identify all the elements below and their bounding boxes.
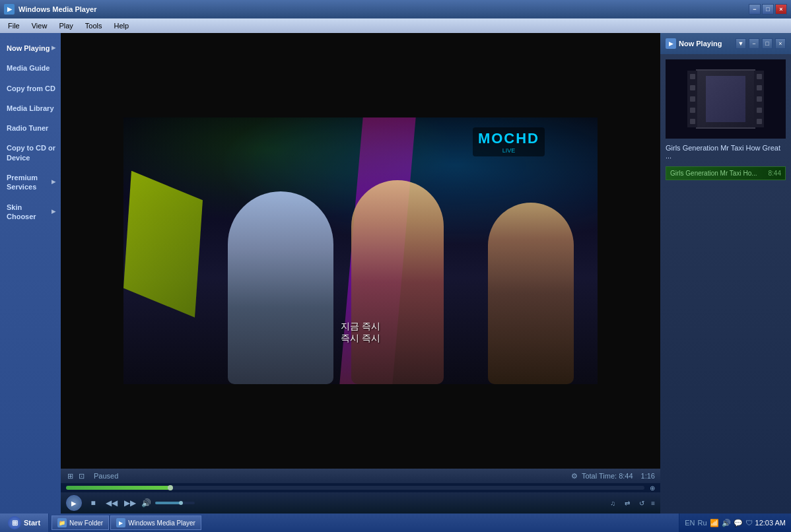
shuffle-button[interactable]: ⇄ <box>622 498 633 508</box>
sidebar-item-copy-to-cd[interactable]: Copy to CD or Device <box>0 138 61 168</box>
app-icon: ▶ <box>4 4 15 15</box>
film-hole <box>757 85 762 90</box>
previous-button[interactable]: ◀◀ <box>104 496 119 510</box>
sidebar-item-copy-from-cd[interactable]: Copy from CD <box>0 79 61 98</box>
video-subtitle: 지금 즉시 즉시 즉시 <box>341 321 380 345</box>
current-time: 1:16 <box>641 472 655 480</box>
close-button[interactable]: × <box>775 4 787 15</box>
taskbar: ⊞ Start 📁 New Folder ▶ Windows Media Pla… <box>0 514 791 532</box>
video-logo: MOCHD LIVE <box>473 127 545 156</box>
volume-tray-icon[interactable]: 🔊 <box>722 519 731 527</box>
menu-view[interactable]: View <box>26 20 53 31</box>
panel-maximize-button[interactable]: □ <box>762 38 773 49</box>
repeat-button[interactable]: ↺ <box>636 498 647 508</box>
video-area: MOCHD LIVE 지금 즉시 즉시 즉시 ⊞ ⊡ Paused ⚙ Tota… <box>61 33 660 514</box>
subtitle-line2: 즉시 즉시 <box>341 333 380 345</box>
menu-icon[interactable]: ≡ <box>651 500 655 507</box>
panel-content: Girls Generation Mr Taxi How Great ... G… <box>660 54 791 514</box>
right-panel: ▶ Now Playing ▼ − □ × <box>660 33 791 514</box>
taskbar-new-folder-label: New Folder <box>69 519 103 527</box>
performer-area <box>123 158 598 384</box>
play-pause-button[interactable]: ▶ <box>66 495 82 511</box>
menu-file[interactable]: File <box>3 20 25 31</box>
maximize-button[interactable]: □ <box>762 4 774 15</box>
progress-track[interactable] <box>66 486 644 490</box>
security-icon[interactable]: 🛡 <box>745 519 753 527</box>
panel-title: Now Playing <box>679 40 733 48</box>
volume-icon[interactable]: 🔊 <box>141 498 151 508</box>
main-container: Now Playing ▶ Media Guide Copy from CD M… <box>0 33 791 514</box>
sidebar-arrow-now-playing: ▶ <box>52 45 55 51</box>
performer-2 <box>351 180 444 384</box>
keyboard-icon: Ru <box>697 519 706 527</box>
film-strip-right <box>754 71 764 127</box>
sidebar-item-now-playing[interactable]: Now Playing ▶ <box>0 38 61 58</box>
sidebar-arrow-skin: ▶ <box>52 209 55 215</box>
playlist-item-duration: 8:44 <box>769 170 781 177</box>
film-strip-left <box>687 71 697 127</box>
volume-fill <box>155 502 181 504</box>
next-button[interactable]: ▶▶ <box>123 496 137 510</box>
start-button[interactable]: ⊞ Start <box>0 514 49 532</box>
minimize-button[interactable]: − <box>749 4 761 15</box>
film-hole <box>757 96 762 102</box>
playlist-item-text: Girls Generation Mr Taxi Ho... <box>670 170 769 177</box>
film-hole <box>757 108 762 113</box>
menu-tools[interactable]: Tools <box>80 20 108 31</box>
menu-help[interactable]: Help <box>108 20 134 31</box>
sidebar: Now Playing ▶ Media Guide Copy from CD M… <box>0 33 61 514</box>
progress-fill <box>66 486 170 490</box>
fullscreen-icon[interactable]: ⊞ <box>66 471 75 482</box>
subtitle-line1: 지금 즉시 <box>341 321 380 333</box>
system-tray: EN Ru 📶 🔊 💬 🛡 12:03 AM <box>679 514 791 532</box>
sidebar-item-radio-tuner[interactable]: Radio Tuner <box>0 118 61 138</box>
settings-icon[interactable]: ⚙ <box>570 471 579 482</box>
equalizer-button[interactable]: ♫ <box>607 498 618 508</box>
controls-status-bar: ⊞ ⊡ Paused ⚙ Total Time: 8:44 1:16 <box>61 469 660 483</box>
taskbar-wmp-label: Windows Media Player <box>128 519 195 527</box>
title-bar: ▶ Windows Media Player − □ × <box>0 0 791 18</box>
film-inner <box>706 76 745 122</box>
panel-minimize-button[interactable]: − <box>749 38 759 49</box>
film-hole <box>757 119 762 124</box>
film-hole <box>690 85 695 90</box>
network-icon[interactable]: 📶 <box>710 519 719 527</box>
film-thumbnail <box>696 69 755 129</box>
film-hole <box>690 74 695 79</box>
thumbnail-area <box>666 59 786 139</box>
sidebar-item-media-guide[interactable]: Media Guide <box>0 58 61 78</box>
film-hole <box>757 74 762 79</box>
seek-end-icon[interactable]: ⊕ <box>650 484 655 492</box>
start-label: Start <box>24 519 40 527</box>
stop-button[interactable]: ■ <box>86 496 100 510</box>
window-title: Windows Media Player <box>18 5 745 13</box>
panel-dropdown-button[interactable]: ▼ <box>736 38 746 49</box>
menu-bar: File View Play Tools Help <box>0 18 791 33</box>
volume-slider[interactable] <box>155 502 195 504</box>
volume-thumb <box>179 501 183 505</box>
menu-play[interactable]: Play <box>53 20 78 31</box>
video-background: MOCHD LIVE 지금 즉시 즉시 즉시 <box>123 117 598 384</box>
sidebar-item-premium-services[interactable]: Premium Services ▶ <box>0 168 61 197</box>
video-container[interactable]: MOCHD LIVE 지금 즉시 즉시 즉시 <box>61 33 660 469</box>
progress-thumb <box>168 485 173 490</box>
language-icon: EN <box>685 519 695 527</box>
taskbar-item-wmp[interactable]: ▶ Windows Media Player <box>110 515 201 530</box>
track-info: Girls Generation Mr Taxi How Great ... <box>666 144 786 161</box>
aspect-ratio-icon[interactable]: ⊡ <box>77 471 86 482</box>
sidebar-arrow-premium: ▶ <box>52 179 55 185</box>
playlist-item[interactable]: Girls Generation Mr Taxi Ho... 8:44 <box>666 166 786 180</box>
taskbar-item-new-folder[interactable]: 📁 New Folder <box>52 515 109 530</box>
progress-bar-area[interactable]: ⊕ <box>61 483 660 492</box>
panel-titlebar: ▶ Now Playing ▼ − □ × <box>660 33 791 54</box>
panel-icon: ▶ <box>666 38 676 49</box>
message-icon[interactable]: 💬 <box>734 519 743 527</box>
sidebar-item-skin-chooser[interactable]: Skin Chooser ▶ <box>0 197 61 227</box>
playback-status: Paused <box>94 472 567 480</box>
performer-1 <box>228 191 333 384</box>
video-frame: MOCHD LIVE 지금 즉시 즉시 즉시 <box>123 117 598 384</box>
system-clock: 12:03 AM <box>755 519 786 527</box>
panel-close-button[interactable]: × <box>775 38 786 49</box>
total-time: Total Time: 8:44 <box>582 472 633 480</box>
sidebar-item-media-library[interactable]: Media Library <box>0 98 61 118</box>
